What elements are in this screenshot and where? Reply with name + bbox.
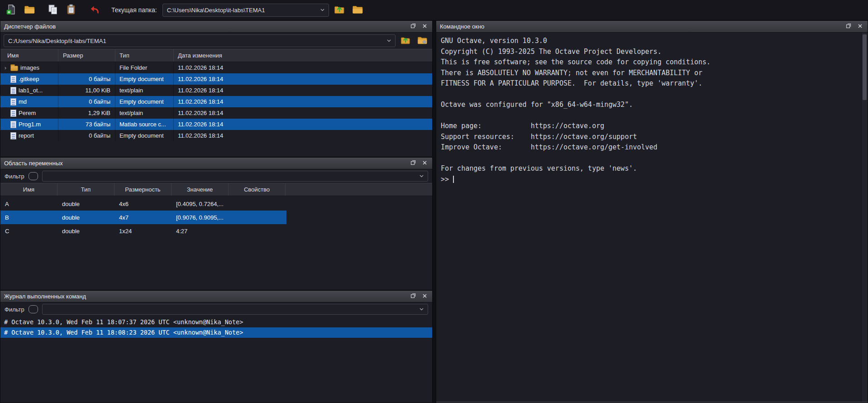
current-folder-label: Текущая папка: bbox=[111, 6, 157, 14]
folder-actions-button[interactable] bbox=[415, 34, 429, 48]
workspace-table-header[interactable]: Имя Тип Размерность Значение Свойство bbox=[0, 183, 432, 196]
workspace-titlebar[interactable]: Область переменных bbox=[0, 158, 432, 169]
file-size-cell: 1,29 KiB bbox=[58, 107, 115, 119]
file-row[interactable]: report0 байтыEmpty document11.02.2026 18… bbox=[0, 130, 432, 141]
undo-button[interactable] bbox=[87, 2, 102, 18]
filter-checkbox[interactable] bbox=[29, 172, 38, 180]
browse-folder-button[interactable] bbox=[350, 2, 365, 18]
filter-label: Фильтр bbox=[5, 173, 24, 180]
undock-icon bbox=[410, 160, 416, 167]
close-button[interactable] bbox=[420, 23, 429, 31]
vertical-splitter[interactable] bbox=[433, 20, 436, 403]
command-prompt-row[interactable]: >> bbox=[441, 174, 863, 185]
prompt: >> bbox=[441, 174, 449, 185]
folder-icon bbox=[352, 4, 363, 17]
file-browser-titlebar[interactable]: Диспетчер файлов bbox=[0, 21, 432, 33]
close-icon bbox=[422, 23, 427, 30]
file-date-cell: 11.02.2026 18:14 bbox=[174, 107, 432, 119]
close-button[interactable] bbox=[420, 293, 429, 301]
column-header-date[interactable]: Дата изменения bbox=[174, 49, 432, 62]
history-entry[interactable]: # Octave 10.3.0, Wed Feb 11 18:07:37 202… bbox=[0, 317, 432, 327]
file-size-cell bbox=[58, 62, 115, 73]
variable-row[interactable]: Cdouble1x244:27 bbox=[0, 224, 286, 238]
column-header-dims[interactable]: Размерность bbox=[114, 183, 172, 196]
workspace-filter-combo[interactable] bbox=[42, 171, 428, 182]
file-row[interactable]: md0 байтыEmpty document11.02.2026 18:14 bbox=[0, 96, 432, 107]
file-row[interactable]: .gitkeep0 байтыEmpty document11.02.2026 … bbox=[0, 73, 432, 85]
history-title: Журнал выполненных команд bbox=[4, 293, 86, 300]
undo-icon bbox=[89, 4, 100, 17]
undock-button[interactable] bbox=[409, 159, 417, 168]
column-header-size[interactable]: Размер bbox=[58, 49, 115, 62]
file-row[interactable]: Prog1.m73 байтыMatlab source c...11.02.2… bbox=[0, 119, 432, 130]
chevron-down-icon bbox=[387, 39, 391, 42]
copy-button[interactable] bbox=[45, 2, 61, 18]
undock-icon bbox=[410, 293, 416, 300]
command-window-scrollbar[interactable] bbox=[861, 33, 868, 402]
file-name: lab1_ot... bbox=[19, 87, 43, 94]
document-icon bbox=[10, 98, 16, 106]
variable-name-cell: B bbox=[0, 214, 57, 221]
file-date-cell: 11.02.2026 18:14 bbox=[174, 62, 432, 73]
file-name: Prog1.m bbox=[19, 121, 41, 128]
column-header-name[interactable]: Имя bbox=[0, 183, 57, 196]
undock-button[interactable] bbox=[409, 293, 417, 301]
file-row[interactable]: ›imagesFile Folder11.02.2026 18:14 bbox=[0, 62, 432, 73]
variable-name-cell: C bbox=[0, 228, 57, 235]
open-file-button[interactable] bbox=[22, 2, 37, 18]
paste-button[interactable] bbox=[63, 2, 79, 18]
folder-up-icon bbox=[400, 35, 411, 47]
filter-checkbox[interactable] bbox=[29, 305, 38, 313]
column-header-value[interactable]: Значение bbox=[172, 183, 229, 196]
new-script-button[interactable] bbox=[4, 2, 19, 18]
column-header-attr[interactable]: Свойство bbox=[229, 183, 286, 196]
variable-name-cell: A bbox=[0, 201, 57, 207]
command-window-panel: Командное окно GNU Octave, version 10.3.… bbox=[436, 20, 868, 403]
variable-dims-cell: 4x7 bbox=[114, 214, 172, 221]
history-titlebar[interactable]: Журнал выполненных команд bbox=[0, 291, 432, 302]
workspace-list: Adouble4x6[0.4095, 0.7264,...Bdouble4x7[… bbox=[0, 196, 432, 290]
command-window-body[interactable]: GNU Octave, version 10.3.0 Copyright (C)… bbox=[436, 33, 868, 403]
text-cursor-icon bbox=[453, 176, 454, 183]
file-date-cell: 11.02.2026 18:14 bbox=[174, 73, 432, 85]
history-filter-combo[interactable] bbox=[42, 304, 428, 315]
variable-dims-cell: 1x24 bbox=[114, 228, 172, 235]
file-size-cell: 0 байты bbox=[58, 73, 115, 85]
folder-up-button[interactable] bbox=[332, 2, 347, 18]
variable-type-cell: double bbox=[57, 214, 114, 221]
close-icon bbox=[422, 293, 427, 300]
expand-chevron-icon[interactable]: › bbox=[3, 65, 8, 71]
close-icon bbox=[422, 160, 427, 167]
chevron-down-icon bbox=[420, 308, 424, 311]
undock-button[interactable] bbox=[409, 23, 417, 31]
file-table-header[interactable]: Имя Размер Тип Дата изменения bbox=[0, 49, 432, 62]
file-row[interactable]: lab1_ot...11,00 KiBtext/plain11.02.2026 … bbox=[0, 85, 432, 96]
file-path-combo[interactable]: C:/Users/Nika/Desktop/it-labs/TEMA1 bbox=[4, 34, 396, 47]
variable-row[interactable]: Bdouble4x7[0.9076, 0.9095,... bbox=[0, 211, 286, 224]
file-list: ›imagesFile Folder11.02.2026 18:14.gitke… bbox=[0, 62, 432, 157]
command-history-panel: Журнал выполненных команд Фильтр # Octav… bbox=[0, 290, 433, 403]
command-window-titlebar[interactable]: Командное окно bbox=[436, 21, 868, 33]
variable-value-cell: 4:27 bbox=[172, 228, 229, 235]
document-icon bbox=[10, 110, 16, 117]
workspace-filter-row: Фильтр bbox=[0, 169, 432, 183]
variable-row[interactable]: Adouble4x6[0.4095, 0.7264,... bbox=[0, 197, 286, 211]
left-column: Диспетчер файлов C:/Users/Nika/Desktop/i… bbox=[0, 20, 433, 403]
current-folder-combo[interactable]: C:\Users\Nika\Desktop\it-labs\TEMA1 bbox=[162, 4, 329, 17]
directory-up-button[interactable] bbox=[399, 34, 412, 48]
scrollbar-thumb[interactable] bbox=[863, 34, 867, 100]
folder-icon bbox=[10, 66, 18, 71]
undock-button[interactable] bbox=[844, 23, 853, 31]
column-header-name[interactable]: Имя bbox=[0, 49, 58, 62]
column-header-type[interactable]: Тип bbox=[57, 183, 114, 196]
history-entry[interactable]: # Octave 10.3.0, Wed Feb 11 18:08:23 202… bbox=[0, 327, 432, 338]
file-name: report bbox=[19, 132, 34, 139]
variable-dims-cell: 4x6 bbox=[114, 201, 172, 207]
folder-up-icon bbox=[334, 4, 345, 17]
close-button[interactable] bbox=[856, 23, 864, 31]
file-name-cell: Prog1.m bbox=[0, 119, 58, 130]
column-header-type[interactable]: Тип bbox=[115, 49, 174, 62]
file-row[interactable]: Perem1,29 KiBtext/plain11.02.2026 18:14 bbox=[0, 107, 432, 119]
close-button[interactable] bbox=[420, 159, 429, 168]
undock-icon bbox=[846, 23, 851, 30]
